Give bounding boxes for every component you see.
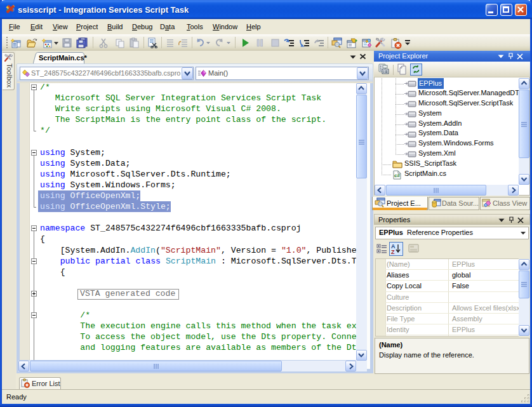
svg-text:c#: c# [394, 173, 400, 178]
svg-text:Z: Z [391, 249, 395, 255]
